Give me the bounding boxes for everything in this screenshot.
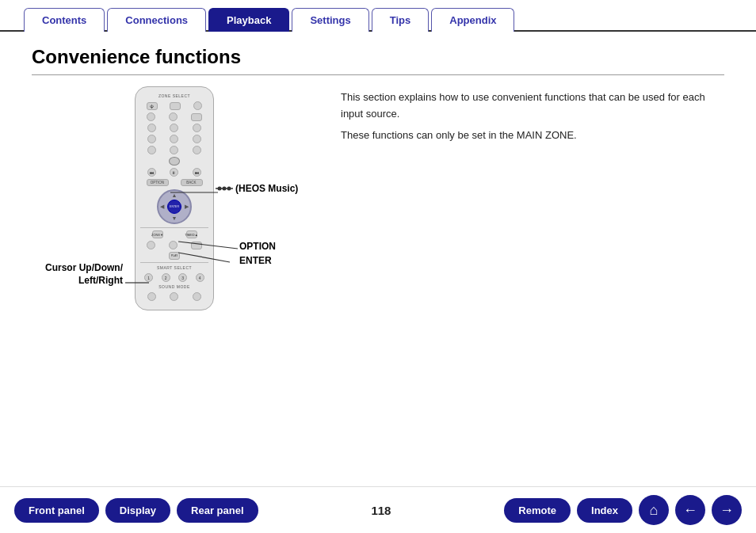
footer: Front panel Display Rear panel 118 Remot… xyxy=(0,486,756,533)
tab-contents[interactable]: Contents xyxy=(24,8,105,32)
rbtn-r3-3 xyxy=(193,124,201,132)
tab-navigation: Contents Connections Playback Settings T… xyxy=(0,0,756,32)
remote-row-sm xyxy=(140,292,208,301)
option-label: OPTION xyxy=(239,241,276,252)
page-number: 118 xyxy=(371,504,391,517)
svg-point-7 xyxy=(227,187,231,191)
rbtn-b1-1: ZONE▼ xyxy=(152,230,163,238)
remote-row-4 xyxy=(140,135,208,143)
dpad-down: ▼ xyxy=(172,215,178,221)
heos-label: (HEOS Music) xyxy=(216,183,298,194)
remote-row-b2 xyxy=(140,241,208,249)
rbtn-b1-2: TIMED▲ xyxy=(186,230,197,238)
remote-option-row: OPTION BACK xyxy=(140,179,208,186)
tab-connections[interactable]: Connections xyxy=(107,8,206,32)
rbtn-mute xyxy=(170,102,181,110)
remote-row-ss: 1 2 3 4 xyxy=(140,273,208,282)
dpad: ▲ ▼ ◀ ▶ ENTER xyxy=(157,189,192,224)
rbtn-ss1: 1 xyxy=(144,273,153,282)
rbtn-sm2 xyxy=(170,292,178,301)
description-area: This section explains how to use conveni… xyxy=(341,86,724,143)
page-title: Convenience functions xyxy=(32,46,724,75)
remote-playback-row: ⏮ ⏸ ⏭ xyxy=(140,168,208,177)
rbtn-r2-2 xyxy=(169,112,178,121)
cursor-label: Cursor Up/Down/Left/Right xyxy=(32,262,123,287)
remote-row-b3: PLAY xyxy=(140,252,208,260)
remote-row-2 xyxy=(140,112,208,121)
rbtn-ss4: 4 xyxy=(196,273,204,282)
remote-row-3 xyxy=(140,124,208,132)
rbtn-round-1 xyxy=(193,101,202,110)
rbtn-r3-1 xyxy=(147,124,156,132)
sound-mode-label: SOUND MODE xyxy=(140,284,208,289)
dpad-area: ▲ ▼ ◀ ▶ ENTER xyxy=(140,189,208,224)
dpad-up: ▲ xyxy=(172,192,178,198)
rbtn-r2-3 xyxy=(191,113,202,121)
heos-icon xyxy=(216,183,233,194)
display-button[interactable]: Display xyxy=(105,498,170,523)
rbtn-b2-1 xyxy=(147,241,155,249)
forward-nav-button[interactable]: → xyxy=(712,495,742,525)
dpad-enter: ENTER xyxy=(167,200,181,214)
rbtn-r4-2 xyxy=(170,135,178,143)
rbtn-prev: ⏮ xyxy=(147,168,156,177)
rbtn-sm1 xyxy=(147,292,156,301)
rbtn-r4-3 xyxy=(193,135,201,143)
rbtn-b2-2 xyxy=(169,241,178,249)
description-line1: This section explains how to use conveni… xyxy=(341,89,724,123)
svg-point-5 xyxy=(218,187,222,191)
option-button: OPTION xyxy=(147,179,169,186)
tab-appendix[interactable]: Appendix xyxy=(431,8,514,32)
footer-right-area: Remote Index ⌂ ← → xyxy=(504,495,742,525)
rbtn-r4-1 xyxy=(147,135,156,143)
heos-button xyxy=(169,157,180,166)
back-nav-button[interactable]: ← xyxy=(675,495,705,525)
remote-device: ZONE SELECT ⏻ xyxy=(135,86,214,310)
description-line2: These functions can only be set in the M… xyxy=(341,128,724,144)
dpad-right: ▶ xyxy=(185,204,189,210)
footer-nav-buttons: Front panel Display Rear panel xyxy=(14,498,258,523)
remote-row-b1: ZONE▼ TIMED▲ xyxy=(140,230,208,238)
tab-playback[interactable]: Playback xyxy=(208,8,289,32)
rbtn-r3-2 xyxy=(170,124,178,132)
rbtn-power: ⏻ xyxy=(147,102,158,110)
remote-row-1: ⏻ xyxy=(140,101,208,110)
dpad-left: ◀ xyxy=(160,204,164,210)
index-button[interactable]: Index xyxy=(577,498,632,523)
content-area: Cursor Up/Down/Left/Right ZONE SELECT ⏻ xyxy=(32,86,724,143)
remote-button[interactable]: Remote xyxy=(504,498,571,523)
remote-heos-row xyxy=(140,157,208,166)
enter-label: ENTER xyxy=(239,255,272,266)
remote-body: ZONE SELECT ⏻ xyxy=(135,86,214,310)
remote-row-5 xyxy=(140,146,208,154)
main-content: Convenience functions Cursor Up/Down/Lef… xyxy=(0,32,756,151)
rbtn-r5-3 xyxy=(193,146,201,154)
remote-top-label: ZONE SELECT xyxy=(140,93,208,98)
front-panel-button[interactable]: Front panel xyxy=(14,498,99,523)
rbtn-b2-3 xyxy=(191,242,202,249)
rbtn-sm3 xyxy=(193,292,201,301)
rbtn-ss3: 3 xyxy=(178,273,187,282)
back-button: BACK xyxy=(181,179,203,186)
svg-point-6 xyxy=(223,187,227,191)
rbtn-r5-2 xyxy=(170,146,178,154)
rbtn-b3-1: PLAY xyxy=(169,252,180,260)
rbtn-play: ⏸ xyxy=(170,168,178,177)
rbtn-r5-1 xyxy=(147,146,156,154)
rbtn-next: ⏭ xyxy=(193,168,201,177)
rbtn-r2-1 xyxy=(147,112,155,121)
rear-panel-button[interactable]: Rear panel xyxy=(177,498,258,523)
tab-settings[interactable]: Settings xyxy=(292,8,368,32)
rbtn-ss2: 2 xyxy=(162,273,170,282)
tab-tips[interactable]: Tips xyxy=(372,8,430,32)
smart-select-label: SMART SELECT xyxy=(140,265,208,270)
home-button[interactable]: ⌂ xyxy=(639,495,669,525)
